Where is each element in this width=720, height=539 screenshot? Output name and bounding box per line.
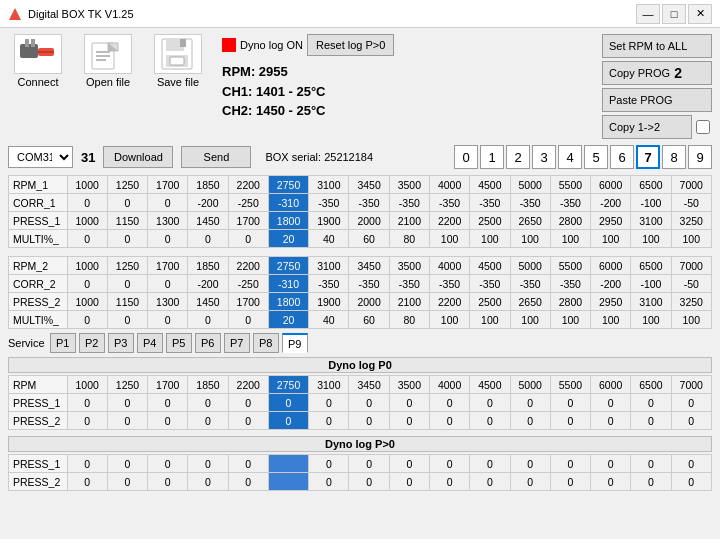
service-tab-p1[interactable]: P1 <box>50 333 76 353</box>
dyno-cell: 0 <box>67 394 107 412</box>
right-buttons: Set RPM to ALL Copy PROG 2 Paste PROG Co… <box>602 34 712 139</box>
cell: 0 <box>148 275 188 293</box>
connect-button[interactable]: Connect <box>8 34 68 88</box>
cell: 1450 <box>188 293 228 311</box>
dyno-cell: 0 <box>591 455 631 473</box>
table-2: RPM_210001250170018502200275031003450350… <box>8 256 712 329</box>
cell: 100 <box>671 230 711 248</box>
cell: 2750 <box>268 176 308 194</box>
cell: 6500 <box>631 257 671 275</box>
cell: -100 <box>631 275 671 293</box>
dyno-log-p0-header: Dyno log P0 <box>8 357 712 373</box>
copy-prog-button[interactable]: Copy PROG 2 <box>602 61 712 85</box>
dyno-cell: 0 <box>389 412 429 430</box>
dyno-cell: 1850 <box>188 376 228 394</box>
connect-label: Connect <box>18 76 59 88</box>
number-box-7[interactable]: 7 <box>636 145 660 169</box>
number-box-2[interactable]: 2 <box>506 145 530 169</box>
cell: -310 <box>268 275 308 293</box>
copy-12-checkbox[interactable] <box>696 120 710 134</box>
dyno-log-pg0-table: PRESS_1000000000000000PRESS_200000000000… <box>8 454 712 491</box>
cell: -350 <box>470 194 510 212</box>
cell: 2200 <box>228 257 268 275</box>
send-button[interactable]: Send <box>181 146 251 168</box>
cell: -350 <box>510 194 550 212</box>
cell: 40 <box>309 311 349 329</box>
cell: 1250 <box>107 257 147 275</box>
cell: 4000 <box>429 257 469 275</box>
number-box-6[interactable]: 6 <box>610 145 634 169</box>
cell: 5000 <box>510 257 550 275</box>
number-box-5[interactable]: 5 <box>584 145 608 169</box>
dyno-status-panel: Dyno log ON Reset log P>0 RPM: 2955 CH1:… <box>222 34 394 121</box>
dyno-cell: 0 <box>228 473 268 491</box>
paste-prog-button[interactable]: Paste PROG <box>602 88 712 112</box>
dyno-row-label: PRESS_2 <box>9 412 68 430</box>
cell: 100 <box>470 230 510 248</box>
save-file-button[interactable]: Save file <box>148 34 208 88</box>
cell: 4500 <box>470 176 510 194</box>
svg-marker-0 <box>9 8 21 20</box>
dyno-cell: 0 <box>550 473 590 491</box>
cell: 2950 <box>591 293 631 311</box>
open-file-button[interactable]: Open file <box>78 34 138 88</box>
service-tabs: ServiceP1P2P3P4P5P6P7P8P9 <box>8 333 712 353</box>
cell: 2800 <box>550 212 590 230</box>
cell: 100 <box>591 311 631 329</box>
cell: -200 <box>188 275 228 293</box>
status-values: RPM: 2955 CH1: 1401 - 25°C CH2: 1450 - 2… <box>222 62 394 121</box>
cell: 100 <box>550 230 590 248</box>
cell: 0 <box>148 230 188 248</box>
set-rpm-all-button[interactable]: Set RPM to ALL <box>602 34 712 58</box>
cell: 0 <box>67 311 107 329</box>
minimize-button[interactable]: — <box>636 4 660 24</box>
cell: 3500 <box>389 257 429 275</box>
cell: 80 <box>389 230 429 248</box>
service-tab-p5[interactable]: P5 <box>166 333 192 353</box>
reset-log-button[interactable]: Reset log P>0 <box>307 34 394 56</box>
cell: 0 <box>107 275 147 293</box>
copy-12-row: Copy 1->2 <box>602 115 712 139</box>
svg-rect-14 <box>180 39 186 47</box>
number-box-8[interactable]: 8 <box>662 145 686 169</box>
service-tab-p6[interactable]: P6 <box>195 333 221 353</box>
dyno-cell: 4500 <box>470 376 510 394</box>
dyno-cell: 0 <box>671 473 711 491</box>
dyno-cell: 0 <box>591 394 631 412</box>
cell: 100 <box>631 230 671 248</box>
number-box-3[interactable]: 3 <box>532 145 556 169</box>
service-tab-p8[interactable]: P8 <box>253 333 279 353</box>
number-box-1[interactable]: 1 <box>480 145 504 169</box>
cell: 4500 <box>470 257 510 275</box>
cell: 2200 <box>429 212 469 230</box>
service-tab-p4[interactable]: P4 <box>137 333 163 353</box>
save-file-label: Save file <box>157 76 199 88</box>
service-tab-p2[interactable]: P2 <box>79 333 105 353</box>
service-tab-p9[interactable]: P9 <box>282 333 308 353</box>
cell: 0 <box>228 311 268 329</box>
maximize-button[interactable]: □ <box>662 4 686 24</box>
open-file-icon-box <box>84 34 132 74</box>
cell: 6000 <box>591 257 631 275</box>
com-port-select[interactable]: COM31 <box>8 146 73 168</box>
svg-rect-11 <box>96 59 106 61</box>
cell: -350 <box>470 275 510 293</box>
close-button[interactable]: ✕ <box>688 4 712 24</box>
main-content: Connect Open file <box>0 28 720 501</box>
service-tab-p3[interactable]: P3 <box>108 333 134 353</box>
number-box-9[interactable]: 9 <box>688 145 712 169</box>
dyno-cell: 0 <box>389 473 429 491</box>
box-serial: BOX serial: 25212184 <box>265 151 373 163</box>
number-box-4[interactable]: 4 <box>558 145 582 169</box>
title-bar: Digital BOX TK V1.25 — □ ✕ <box>0 0 720 28</box>
copy-1-2-button[interactable]: Copy 1->2 <box>602 115 692 139</box>
service-tab-p7[interactable]: P7 <box>224 333 250 353</box>
app-title: Digital BOX TK V1.25 <box>28 8 134 20</box>
number-box-0[interactable]: 0 <box>454 145 478 169</box>
cell: 3100 <box>631 212 671 230</box>
svg-rect-16 <box>170 57 184 65</box>
cell: -350 <box>349 194 389 212</box>
dyno-cell: 0 <box>510 394 550 412</box>
download-button[interactable]: Download <box>103 146 173 168</box>
cell: 1450 <box>188 212 228 230</box>
